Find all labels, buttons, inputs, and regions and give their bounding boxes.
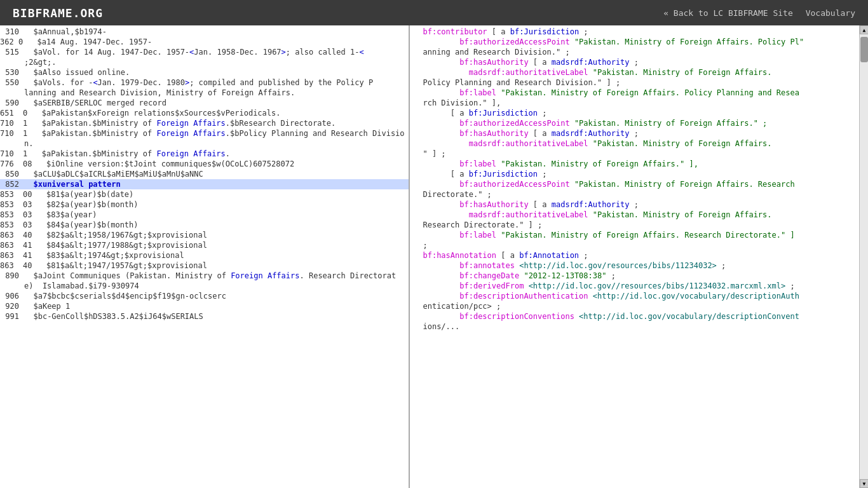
line-number: 853 03 (0, 200, 37, 209)
line-content: $83$a&lt;1974&gt;$xprovisional (37, 251, 406, 260)
line-number: 776 08 (0, 159, 37, 168)
right-line-15: bf:authorizedAccessPoint "Pakistan. Mini… (410, 179, 859, 189)
right-line-18: madsrdf:authoritativeLabel "Pakistan. Mi… (410, 210, 859, 220)
left-line-24: 890 $aJoint Communiques (Pakistan. Minis… (0, 271, 409, 281)
line-content: $81$a(year)$b(date) (37, 190, 406, 199)
line-number: 863 40 (0, 231, 37, 240)
line-number: 863 41 (0, 251, 37, 260)
line-number: 310 (0, 27, 24, 36)
left-line-1: 362 0 $a14 Aug. 1947-Dec. 1957- (0, 37, 409, 47)
line-content: $82$a&lt;1958/1967&gt;$xprovisional (37, 231, 406, 240)
left-line-9: 710 1 $aPakistan.$bMinistry of Foreign A… (0, 118, 409, 128)
right-line-17: bf:hasAuthority [ a madsrdf:Authority ; (410, 200, 859, 210)
scroll-down-arrow[interactable]: ▼ (860, 479, 868, 488)
line-number: 550 (0, 78, 24, 87)
main-content: 310 $aAnnual,$b1974-362 0 $a14 Aug. 1947… (0, 25, 868, 488)
right-line-11: madsrdf:authoritativeLabel "Pakistan. Mi… (410, 139, 859, 149)
left-line-14: 850 $aCLU$aDLC$aICRL$aMiEM$aMiU$aMnU$aNN… (0, 169, 409, 179)
right-panel[interactable]: bf:contributor [ a bf:Jurisdiction ; bf:… (410, 25, 859, 488)
right-line-0: bf:contributor [ a bf:Jurisdiction ; (410, 27, 859, 37)
right-line-27: entication/pcc> ; (410, 301, 859, 311)
left-panel[interactable]: 310 $aAnnual,$b1974-362 0 $a14 Aug. 1947… (0, 25, 410, 488)
line-number: 515 (0, 48, 24, 57)
line-content: $aKeep 1 (24, 302, 406, 311)
line-content: $aVols. for -<Jan. 1979-Dec. 1980>; comp… (24, 78, 406, 87)
header: BIBFRAME.ORG « Back to LC BIBFRAME Site … (0, 0, 868, 25)
line-number: 590 (0, 98, 24, 107)
right-line-28: bf:descriptionConventions <http://id.loc… (410, 311, 859, 322)
vocabulary-link[interactable]: Vocabulary (806, 8, 855, 18)
left-line-21: 863 41 $84$a&lt;1977/1988&gt;$xprovision… (0, 240, 409, 250)
line-content: $a7$bcbc$cserials$d4$encip$f19$gn-oclcse… (24, 292, 406, 301)
line-number: 920 (0, 302, 24, 311)
left-line-22: 863 41 $83$a&lt;1974&gt;$xprovisional (0, 250, 409, 261)
right-line-12: " ] ; (410, 149, 859, 159)
line-content: $82$a(year)$b(month) (37, 200, 406, 209)
line-number: 530 (0, 68, 24, 77)
left-line-27: 920 $aKeep 1 (0, 301, 409, 311)
line-content: $84$a(year)$b(month) (37, 220, 406, 229)
line-content: $aPakistan.$bMinistry of Foreign Affairs… (32, 129, 406, 138)
left-line-3: ;2&gt;. (0, 57, 409, 67)
left-line-25: e) Islamabad.$i79-930974 (0, 281, 409, 291)
left-line-28: 991 $bc-GenColl$hDS383.5.A2$iJ64$wSERIAL… (0, 311, 409, 322)
line-number: 890 (0, 271, 24, 280)
site-logo: BIBFRAME.ORG (13, 6, 103, 20)
left-line-2: 515 $aVol. for 14 Aug. 1947-Dec. 1957-<J… (0, 47, 409, 57)
line-content: $aPakistan.$bMinistry of Foreign Affairs… (32, 149, 406, 158)
left-line-23: 863 40 $81$a&lt;1947/1957&gt;$xprovision… (0, 261, 409, 271)
right-line-25: bf:derivedFrom <http://id.loc.gov//resou… (410, 281, 859, 291)
line-content: $aAlso issued online. (24, 68, 406, 77)
scroll-up-arrow[interactable]: ▲ (860, 25, 868, 34)
right-line-23: bf:annotates <http://id.loc.gov/resource… (410, 261, 859, 271)
panels-area: 310 $aAnnual,$b1974-362 0 $a14 Aug. 1947… (0, 25, 859, 488)
right-scrollbar[interactable]: ▲ ▼ (859, 25, 868, 488)
right-line-5: Policy Planning and Research Division." … (410, 78, 859, 88)
left-line-8: 651 0 $aPakistan$xForeign relations$xSou… (0, 108, 409, 118)
right-line-4: madsrdf:authoritativeLabel "Pakistan. Mi… (410, 67, 859, 78)
right-line-24: bf:changeDate "2012-12-13T08:38" ; (410, 271, 859, 281)
line-content: $aCLU$aDLC$aICRL$aMiEM$aMiU$aMnU$aNNC (24, 170, 406, 179)
right-line-13: bf:label "Pakistan. Ministry of Foreign … (410, 159, 859, 169)
line-content: $84$a&lt;1977/1988&gt;$xprovisional (37, 241, 406, 250)
line-number: 651 0 (0, 109, 32, 118)
right-line-10: bf:hasAuthority [ a madsrdf:Authority ; (410, 128, 859, 139)
line-number: 710 1 (0, 149, 32, 158)
line-number: 853 03 (0, 220, 37, 229)
scrollbar-thumb[interactable] (860, 37, 868, 62)
line-content: $xuniversal pattern (24, 180, 406, 189)
left-line-11: n. (0, 139, 409, 149)
right-line-7: rch Division." ], (410, 98, 859, 108)
left-line-13: 776 08 $iOnline version:$tJoint communiq… (0, 159, 409, 169)
left-line-12: 710 1 $aPakistan.$bMinistry of Foreign A… (0, 149, 409, 159)
right-line-16: Directorate." ; (410, 189, 859, 200)
right-line-19: Research Directorate." ] ; (410, 220, 859, 230)
left-line-5: 550 $aVols. for -<Jan. 1979-Dec. 1980>; … (0, 78, 409, 88)
right-line-29: ions/... (410, 322, 859, 332)
line-number: 863 41 (0, 241, 37, 250)
left-line-15: 852 $xuniversal pattern (0, 179, 409, 189)
line-content: $aAnnual,$b1974- (24, 27, 406, 36)
line-number: 850 (0, 170, 24, 179)
right-line-14: [ a bf:Jurisdiction ; (410, 169, 859, 179)
right-line-20: bf:label "Pakistan. Ministry of Foreign … (410, 230, 859, 240)
line-number: 710 1 (0, 129, 32, 138)
header-nav: « Back to LC BIBFRAME Site Vocabulary (663, 8, 855, 18)
line-content: $aVol. for 14 Aug. 1947-Dec. 1957-<Jan. … (24, 48, 406, 57)
back-to-lc-link[interactable]: « Back to LC BIBFRAME Site (663, 8, 793, 18)
line-content: $aPakistan$xForeign relations$xSources$v… (32, 109, 406, 118)
line-number: 991 (0, 312, 24, 321)
right-line-6: bf:label "Pakistan. Ministry of Foreign … (410, 88, 859, 98)
left-line-17: 853 03 $82$a(year)$b(month) (0, 200, 409, 210)
line-content: $bc-GenColl$hDS383.5.A2$iJ64$wSERIALS (24, 312, 406, 321)
left-line-20: 863 40 $82$a&lt;1958/1967&gt;$xprovision… (0, 230, 409, 240)
line-content: lanning and Research Division, Ministry … (24, 88, 406, 97)
line-content: n. (24, 139, 406, 148)
right-line-3: bf:hasAuthority [ a madsrdf:Authority ; (410, 57, 859, 67)
right-line-8: [ a bf:Jurisdiction ; (410, 108, 859, 118)
line-number: 852 (0, 180, 24, 189)
left-line-7: 590 $aSERBIB/SERLOC merged record (0, 98, 409, 108)
left-line-19: 853 03 $84$a(year)$b(month) (0, 220, 409, 230)
right-line-1: bf:authorizedAccessPoint "Pakistan. Mini… (410, 37, 859, 47)
line-content: $aPakistan.$bMinistry of Foreign Affairs… (32, 119, 406, 128)
